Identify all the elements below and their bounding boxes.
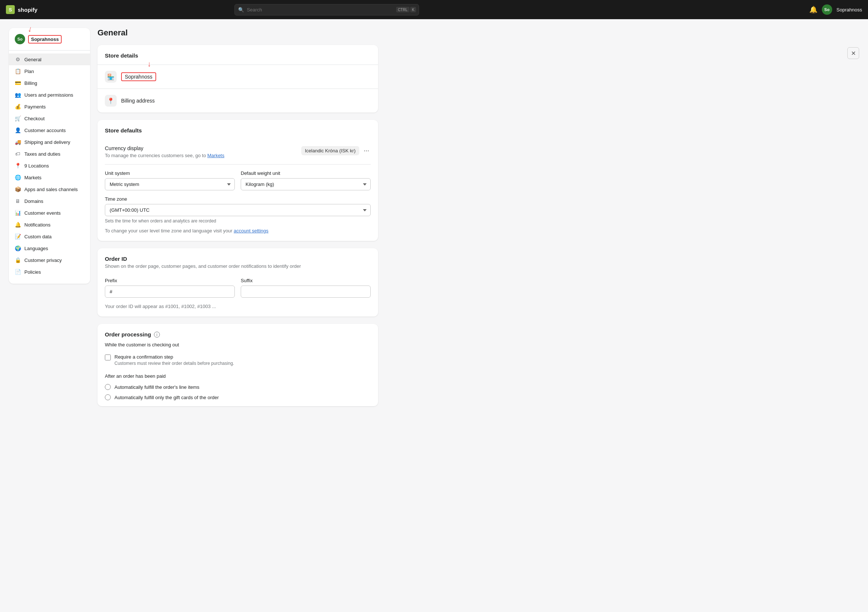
sidebar-label-apps: Apps and sales channels [24,187,78,192]
prefix-input[interactable] [105,286,235,298]
sidebar-nav: ⚙ General 📋 Plan 💳 Billing 👥 Users and p… [9,54,90,278]
auto-giftcards-radio[interactable] [105,394,111,400]
suffix-input[interactable] [241,286,371,298]
sidebar-item-policies[interactable]: 📄 Policies [9,266,90,278]
sidebar-label-policies: Policies [24,269,41,275]
confirm-step-checkbox[interactable] [105,354,111,360]
sidebar-item-locations[interactable]: 📍 9 Locations [9,160,90,172]
sidebar-item-custom-data[interactable]: 📝 Custom data [9,230,90,243]
unit-system-group: Unit system Metric system Imperial syste… [105,170,235,190]
sidebar-item-customer-accounts[interactable]: 👤 Customer accounts [9,124,90,136]
sidebar-item-plan[interactable]: 📋 Plan [9,65,90,77]
shopify-bag-icon: S [6,5,15,14]
sidebar-label-users: Users and permissions [24,92,73,98]
notifications-icon: 🔔 [15,222,21,227]
sidebar-label-taxes: Taxes and duties [24,151,60,157]
unit-system-select[interactable]: Metric system Imperial system [105,178,235,190]
store-name-badge: Soprahnoss [121,72,156,81]
close-button[interactable]: ✕ [847,47,859,59]
prefix-group: Prefix [105,278,235,298]
sidebar-label-general: General [24,57,41,62]
billing-address-label: Billing address [121,98,371,104]
sidebar-item-apps[interactable]: 📦 Apps and sales channels [9,183,90,195]
store-avatar-button[interactable]: So [822,5,832,15]
store-details-card: Store details ↓ 🏪 Soprahnoss 📍 Billing a… [98,45,378,113]
sidebar-label-custom-data: Custom data [24,234,52,240]
search-keyboard-hint: CTRL K [396,7,417,12]
sidebar-store-header: ↓ So Soprahnoss [9,34,90,51]
markets-link[interactable]: Markets [208,153,225,158]
users-icon: 👥 [15,92,21,98]
topnav: S shopify 🔍 CTRL K 🔔 So Soprahnoss [0,0,868,19]
sidebar-store-name: Soprahnoss [28,35,62,43]
currency-sub: To manage the currencies customers see, … [105,153,225,158]
sidebar-item-payments[interactable]: 💰 Payments [9,101,90,113]
settings-sidebar: ↓ So Soprahnoss ⚙ General 📋 Plan 💳 Billi… [9,28,90,284]
after-paid-label: After an order has been paid [98,369,378,382]
customer-privacy-icon: 🔒 [15,257,21,263]
store-defaults-heading: Store defaults [98,120,378,139]
billing-address-content: Billing address [121,98,371,104]
sidebar-item-domains[interactable]: 🖥 Domains [9,195,90,207]
currency-more-button[interactable]: ··· [362,145,371,156]
sidebar-item-general[interactable]: ⚙ General [9,54,90,65]
order-processing-info-icon[interactable]: i [154,332,160,337]
sidebar-item-billing[interactable]: 💳 Billing [9,77,90,89]
auto-fulfill-radio[interactable] [105,384,111,390]
sidebar-label-markets: Markets [24,175,41,181]
sidebar-item-customer-privacy[interactable]: 🔒 Customer privacy [9,254,90,266]
billing-address-section: 📍 Billing address [98,88,378,113]
notifications-bell-icon[interactable]: 🔔 [809,6,817,14]
order-id-header: Order ID Shown on the order page, custom… [98,248,378,272]
sidebar-label-locations: 9 Locations [24,163,49,168]
account-settings-link[interactable]: account settings [234,228,268,233]
timezone-group: Time zone (GMT+00:00) UTC Sets the time … [105,196,371,224]
unit-weight-row: Unit system Metric system Imperial syste… [105,170,371,190]
k-key: K [410,7,417,12]
timezone-helper-text: Sets the time for when orders and analyt… [105,218,371,224]
order-id-card: Order ID Shown on the order page, custom… [98,248,378,317]
timezone-label: Time zone [105,196,371,202]
weight-unit-select[interactable]: Kilogram (kg) Gram (g) Pound (lb) Ounce … [241,178,371,190]
search-icon: 🔍 [238,7,244,12]
sidebar-label-languages: Languages [24,246,48,251]
suffix-label: Suffix [241,278,371,283]
sidebar-item-customer-events[interactable]: 📊 Customer events [9,207,90,219]
shopify-logo: S shopify [6,5,37,14]
content-area: General Store details ↓ 🏪 Soprahnoss 📍 B… [98,28,378,603]
red-arrow-annotation: ↓ [27,24,33,34]
topnav-right: 🔔 So Soprahnoss [809,5,862,15]
auto-fulfill-row: Automatically fulfill the order's line i… [98,382,378,392]
sidebar-item-taxes[interactable]: 🏷 Taxes and duties [9,148,90,160]
confirm-step-row: Require a confirmation step Customers mu… [98,351,378,369]
store-name-content: Soprahnoss [121,72,371,81]
sidebar-item-languages[interactable]: 🌍 Languages [9,243,90,254]
auto-giftcards-label: Automatically fulfill only the gift card… [115,395,219,400]
sidebar-item-users[interactable]: 👥 Users and permissions [9,89,90,101]
search-input[interactable] [234,4,419,15]
currency-right: Icelandic Króna (ISK kr) ··· [301,145,371,156]
auto-fulfill-label: Automatically fulfill the order's line i… [115,385,199,390]
order-id-fields: Prefix Suffix [98,272,378,304]
customer-accounts-icon: 👤 [15,127,21,133]
locations-icon: 📍 [15,163,21,168]
plan-icon: 📋 [15,68,21,74]
main-layout: ↓ So Soprahnoss ⚙ General 📋 Plan 💳 Billi… [0,19,868,612]
sidebar-label-shipping: Shipping and delivery [24,139,70,145]
sidebar-item-notifications[interactable]: 🔔 Notifications [9,219,90,230]
sidebar-item-markets[interactable]: 🌐 Markets [9,172,90,183]
weight-unit-group: Default weight unit Kilogram (kg) Gram (… [241,170,371,190]
checking-out-label: While the customer is checking out [98,342,378,351]
confirm-step-content: Require a confirmation step Customers mu… [115,354,234,366]
confirm-step-label: Require a confirmation step [115,354,234,360]
checkout-icon: 🛒 [15,116,21,121]
timezone-select[interactable]: (GMT+00:00) UTC [105,204,371,216]
sidebar-item-shipping[interactable]: 🚚 Shipping and delivery [9,136,90,148]
payments-icon: 💰 [15,104,21,110]
order-id-note: Your order ID will appear as #1001, #100… [98,304,378,317]
order-processing-title: Order processing [105,331,151,337]
general-icon: ⚙ [15,56,21,62]
custom-data-icon: 📝 [15,233,21,240]
prefix-label: Prefix [105,278,235,283]
sidebar-item-checkout[interactable]: 🛒 Checkout [9,113,90,124]
